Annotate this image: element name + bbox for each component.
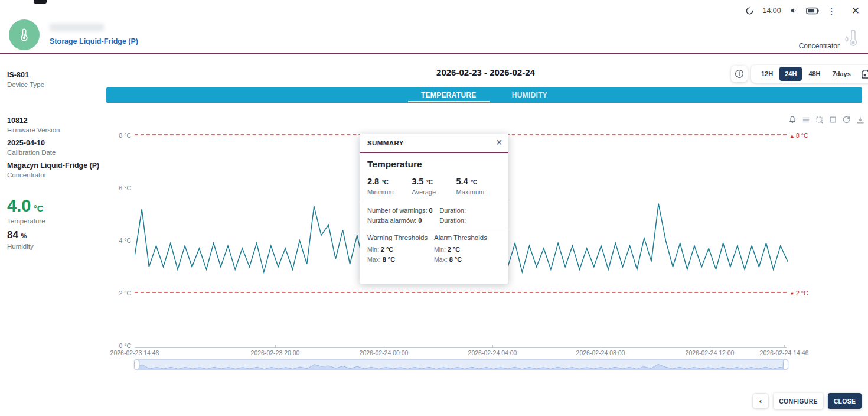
x-axis-tick <box>492 345 493 348</box>
warning-thresholds: Warning Thresholds Min: 2 °C Max: 8 °C <box>367 234 434 266</box>
calendar-button[interactable] <box>861 69 868 79</box>
x-axis-label: 2026-02-24 00:00 <box>360 349 409 356</box>
tab-temperature[interactable]: TEMPERATURE <box>403 87 494 103</box>
summary-popup: SUMMARY ✕ Temperature 2.8 °C Minimum 3.5… <box>360 134 508 284</box>
summary-section-title: Temperature <box>367 159 501 170</box>
calibration-label: Calibration Date <box>7 149 56 156</box>
x-axis-tick <box>784 345 785 348</box>
threshold-up-icon: ▲ <box>789 133 795 139</box>
device-detail-window: 14:00 ⋮ ✕ Storage Liquid-Fridge (P) Conc… <box>0 0 868 416</box>
x-axis-label: 2026-02-24 14:46 <box>760 349 809 356</box>
x-axis-label: 2026-02-24 04:00 <box>468 349 517 356</box>
concentrator-sub-label: Concentrator <box>7 171 107 178</box>
humidity-reading-block: 84 % Humidity <box>7 229 34 250</box>
range-button-12h[interactable]: 12H <box>756 67 778 81</box>
summary-title: SUMMARY <box>367 139 404 147</box>
footer-divider <box>0 385 868 385</box>
device-avatar <box>9 20 40 50</box>
navigator-right-handle[interactable] <box>783 359 788 370</box>
pan-box-icon[interactable] <box>828 115 837 124</box>
alerts-bell-icon[interactable] <box>788 115 797 124</box>
x-axis-tick <box>135 345 135 348</box>
calibration-block: 2025-04-10 Calibration Date <box>7 139 56 156</box>
summary-counts: Number of warnings: 0 Duration: Nurzba a… <box>367 207 501 224</box>
summary-divider <box>360 229 508 229</box>
close-button[interactable]: CLOSE <box>828 393 862 409</box>
back-button[interactable]: ‹ <box>752 393 769 409</box>
temperature-label: Temperature <box>7 217 45 225</box>
navigator-left-handle[interactable] <box>134 359 139 370</box>
chart-menu-icon[interactable] <box>801 115 810 124</box>
device-title-link[interactable]: Storage Liquid-Fridge (P) <box>50 37 138 46</box>
concentrator-menu-icon[interactable]: ⋮ <box>93 162 101 171</box>
upper-threshold-label: ▲8 °C <box>789 132 808 139</box>
refresh-icon[interactable] <box>842 115 851 124</box>
threshold-down-icon: ▼ <box>789 291 795 297</box>
firmware-label: Firmware Version <box>7 126 60 134</box>
selection-zoom-icon[interactable] <box>815 115 824 124</box>
info-button[interactable] <box>731 66 748 82</box>
range-button-24h[interactable]: 24H <box>779 67 802 81</box>
thermometer-icon <box>17 27 32 43</box>
chart-tab-bar: TEMPERATURE HUMIDITY <box>106 87 862 103</box>
volume-icon <box>789 6 798 15</box>
battery-icon <box>806 7 819 15</box>
tab-humidity[interactable]: HUMIDITY <box>494 87 565 103</box>
summary-stats: 2.8 °C Minimum 3.5 °C Average 5.4 °C Max… <box>367 176 501 196</box>
x-axis-label: 2026-02-24 12:00 <box>686 349 735 356</box>
concentrator-block: Magazyn Liquid-Fridge (P) Concentrator ⋮ <box>7 161 107 178</box>
header-divider <box>0 53 868 54</box>
firmware-block: 10812 Firmware Version <box>7 116 60 134</box>
warnings-count: Number of warnings: 0 <box>367 207 439 214</box>
concentrator-value: Magazyn Liquid-Fridge (P) <box>7 161 107 170</box>
range-button-7days[interactable]: 7days <box>827 67 856 81</box>
stat-average: 3.5 °C Average <box>412 176 456 196</box>
x-axis-line <box>135 347 787 348</box>
download-icon[interactable] <box>856 115 864 124</box>
time-range-group: 12H 24H 48H 7days <box>751 65 868 83</box>
alarms-count: Nurzba alarmów: 0 <box>367 217 439 224</box>
status-time: 14:00 <box>762 6 781 15</box>
warnings-duration: Duration: <box>439 207 501 214</box>
y-axis-label: 2 °C <box>107 290 131 297</box>
y-axis-label: 8 °C <box>107 132 131 139</box>
humidity-unit: % <box>21 232 27 239</box>
range-button-48h[interactable]: 48H <box>803 67 825 81</box>
x-axis-tick <box>275 345 276 348</box>
temperature-value: 4.0 <box>7 196 31 215</box>
stat-minimum: 2.8 °C Minimum <box>367 176 412 196</box>
concentrator-thermometer-icon <box>842 28 860 51</box>
range-navigator[interactable] <box>135 359 788 370</box>
x-axis-tick <box>384 345 384 348</box>
humidity-value: 84 <box>7 229 18 240</box>
y-axis-label: 4 °C <box>107 237 131 244</box>
x-axis-label: 2026-02-23 20:00 <box>251 349 300 356</box>
info-icon <box>735 69 744 79</box>
summary-close-icon[interactable]: ✕ <box>495 138 502 147</box>
summary-thresholds: Warning Thresholds Min: 2 °C Max: 8 °C A… <box>367 234 501 266</box>
x-axis-tick <box>601 345 601 348</box>
blurred-device-name <box>50 24 104 31</box>
chart-toolbar <box>788 115 864 124</box>
status-menu-icon[interactable]: ⋮ <box>827 6 836 15</box>
header: Storage Liquid-Fridge (P) Concentrator <box>0 18 868 53</box>
summary-divider <box>360 202 508 202</box>
x-axis-label: 2026-02-23 14:46 <box>110 349 159 356</box>
device-type-label: Device Type <box>7 81 44 88</box>
x-axis-tick <box>710 345 710 348</box>
configure-button[interactable]: CONFIGURE <box>774 393 823 409</box>
x-axis-label: 2026-02-24 08:00 <box>576 349 625 356</box>
concentrator-label: Concentrator <box>799 42 840 50</box>
alarms-duration: Duration: <box>439 217 501 224</box>
temperature-unit: °C <box>34 203 44 213</box>
sync-spinner-icon <box>745 6 754 15</box>
device-type-block: IS-801 Device Type <box>7 71 44 88</box>
humidity-label: Humidity <box>7 243 34 250</box>
window-close-icon[interactable]: ✕ <box>851 5 860 17</box>
summary-popup-header: SUMMARY ✕ <box>360 134 508 153</box>
lower-threshold-label: ▼2 °C <box>789 290 808 297</box>
calibration-value: 2025-04-10 <box>7 139 56 147</box>
y-axis-label: 0 °C <box>107 342 131 349</box>
temperature-reading-block: 4.0 °C Temperature <box>7 196 45 225</box>
stat-maximum: 5.4 °C Maximum <box>456 176 501 196</box>
